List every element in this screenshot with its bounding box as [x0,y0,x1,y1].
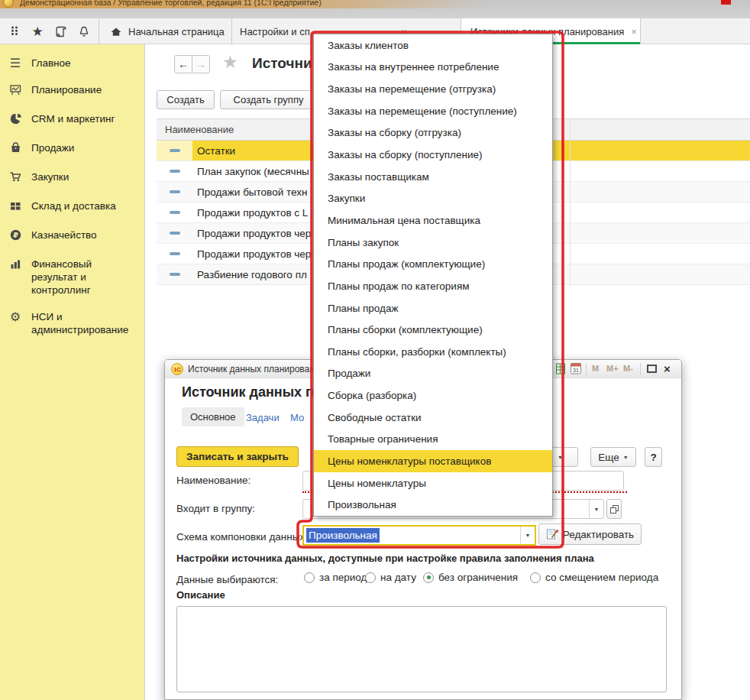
dropdown-item[interactable]: Заказы на сборку (поступление) [314,144,552,166]
more-button[interactable]: Еще ▼ [590,447,636,467]
sidebar-item-planning[interactable]: Планирование [6,83,140,99]
favorite-star-icon[interactable]: ★ [222,52,238,73]
maximize-button[interactable] [647,365,657,373]
memory-subtract-button[interactable]: M- [623,364,633,373]
radio-icon [304,572,315,583]
item-dash-icon [170,190,180,193]
radio-icon [530,572,541,583]
dropdown-item[interactable]: Свободные остатки [314,407,552,429]
create-button[interactable]: Создать [157,90,215,109]
dropdown-item[interactable]: Заказы поставщикам [314,166,552,188]
sidebar-item-label: НСИ и администрирование [31,310,140,336]
divider [586,363,587,375]
calendar-icon[interactable]: 31 [571,362,582,374]
description-textarea[interactable] [176,606,667,692]
save-close-label: Записать и закрыть [186,451,289,462]
radio-option-period[interactable]: за период [304,572,367,583]
edit-button[interactable]: Редактировать [538,523,642,545]
dropdown-item[interactable]: Заказы на перемещение (поступление) [314,100,552,122]
dropdown-item[interactable]: Сборка (разборка) [314,384,552,407]
dropdown-item[interactable]: Произвольная [314,494,552,516]
gear-icon: ⚙ [6,310,24,323]
open-window-icon [609,504,619,514]
dropdown-item[interactable]: Заказы на сборку (отгрузка) [314,122,552,144]
spreadsheet-icon[interactable] [556,363,566,374]
item-dash-icon [170,149,180,152]
service-menu-button[interactable] [5,22,24,41]
dropdown-item-highlighted[interactable]: Цены номенклатуры поставщиков [314,450,552,472]
dropdown-item[interactable]: Товарные ограничения [314,429,552,451]
dialog-tab-notes[interactable]: Мо [290,412,304,423]
window-close-button[interactable] [721,0,731,5]
scheme-field-label: Схема компоновки данных: [176,531,308,543]
bar-chart-icon [6,258,24,273]
row-icon-cell [157,161,192,181]
tab-home[interactable]: Начальная страница [99,18,231,44]
dropdown-item[interactable]: Продажи [314,363,552,385]
sidebar-item-label: CRM и маркетинг [31,112,115,125]
radio-option-date[interactable]: на дату [365,572,416,583]
sidebar-item-treasury[interactable]: ₽ Казначейство [6,228,140,244]
radio-selected-icon [423,572,434,583]
create-button-label: Создать [166,94,204,105]
dropdown-item[interactable]: Планы закупок [314,232,552,254]
dropdown-item[interactable]: Закупки [314,187,552,209]
dialog-tab-main[interactable]: Основное [182,407,244,426]
bag-icon [6,141,24,157]
radio-option-shifted-period[interactable]: со смещением периода [530,572,658,583]
row-icon-cell [157,141,192,160]
help-button[interactable]: ? [645,447,662,467]
sidebar-item-label: Продажи [31,141,74,154]
dropdown-item[interactable]: Заказы клиентов [314,34,552,57]
sidebar-item-financial-result[interactable]: Финансовый результат и контроллинг [6,258,140,297]
dropdown-item[interactable]: Планы продаж [314,297,552,319]
column-header-name: Наименование [165,124,234,135]
dropdown-item[interactable]: Планы сборки (комплектующие) [314,319,552,341]
sidebar-item-label: Планирование [31,83,102,96]
scroll-icon [55,25,67,38]
star-glyph: ★ [222,52,238,72]
scheme-combobox[interactable]: Произвольная ▼ [302,525,536,546]
dropdown-item[interactable]: Заказы на перемещение (отгрузка) [314,78,552,100]
section-sidebar: ☰ Главное Планирование CRM и маркетинг [0,44,145,700]
tab-close-icon[interactable]: × [631,26,637,37]
group-dropdown-button[interactable]: ▼ [589,500,603,518]
name-field-label: Наименование: [176,475,251,486]
sidebar-item-crm[interactable]: CRM и маркетинг [6,112,140,128]
back-button[interactable]: ← [174,55,192,73]
dropdown-item[interactable]: Заказы на внутреннее потребление [314,57,552,79]
chevron-down-icon: ▼ [558,455,563,460]
sidebar-item-sales[interactable]: Продажи [6,141,140,157]
sidebar-item-warehouse[interactable]: Склад и доставка [6,199,140,215]
sidebar-item-nsi-admin[interactable]: ⚙ НСИ и администрирование [6,310,140,336]
radio-option-no-limit[interactable]: без ограничения [423,572,518,583]
dropdown-item[interactable]: Цены номенклатуры [314,472,552,494]
save-and-close-button[interactable]: Записать и закрыть [176,446,299,467]
ruble-icon: ₽ [6,228,24,244]
scheme-dropdown-button[interactable]: ▼ [520,527,535,544]
chevron-down-icon: ▼ [623,455,629,460]
row-icon-cell [157,223,192,243]
memory-recall-button[interactable]: M [592,364,599,373]
sidebar-item-label: Закупки [31,170,69,183]
dropdown-item[interactable]: Минимальная цена поставщика [314,209,552,232]
history-button[interactable] [52,22,70,41]
forward-button[interactable]: → [192,55,210,73]
create-group-button-label: Создать группу [234,94,304,105]
favorites-button[interactable]: ★ [28,22,47,41]
notifications-button[interactable] [75,22,93,41]
dropdown-item[interactable]: Планы продаж по категориям [314,275,552,297]
sidebar-item-main[interactable]: ☰ Главное [6,57,140,70]
scheme-selected-value: Произвольная [306,528,380,543]
group-open-button[interactable] [606,499,622,519]
create-group-button[interactable]: Создать группу [220,90,317,109]
dropdown-item[interactable]: Планы сборки, разборки (комплекты) [314,341,552,363]
memory-add-button[interactable]: M+ [606,364,619,373]
radio-label: за период [319,572,367,583]
dropdown-item[interactable]: Планы продаж (комплектующие) [314,253,552,275]
dialog-close-button[interactable]: × [664,362,671,375]
sidebar-item-purchases[interactable]: Закупки [6,170,140,186]
bell-icon [78,25,90,38]
row-icon-cell [157,264,192,284]
dialog-tab-tasks[interactable]: Задачи [246,412,280,423]
